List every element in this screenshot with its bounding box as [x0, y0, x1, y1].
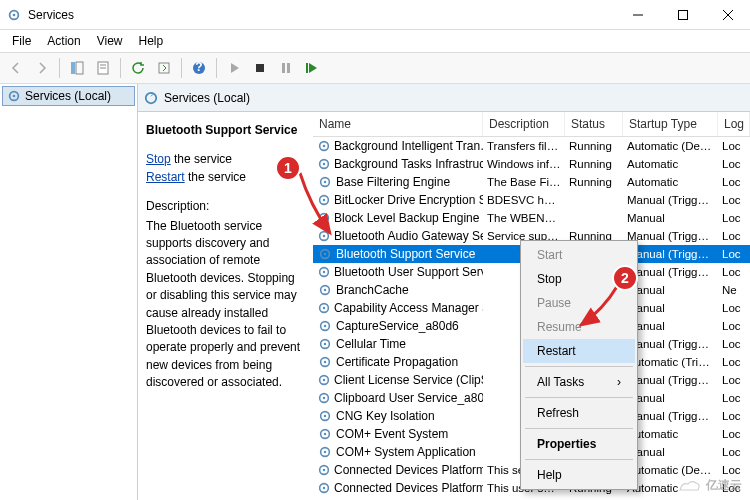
content-header-title: Services (Local) [164, 91, 250, 105]
service-logon-cell: Loc [718, 301, 750, 315]
col-name[interactable]: Name [313, 112, 483, 136]
svg-point-28 [323, 199, 325, 201]
svg-point-32 [323, 235, 325, 237]
refresh-icon[interactable] [144, 91, 158, 105]
refresh-button[interactable] [126, 56, 150, 80]
service-logon-cell: Loc [718, 427, 750, 441]
gear-icon [317, 192, 331, 208]
ctx-separator [525, 459, 633, 460]
col-status[interactable]: Status [565, 112, 623, 136]
gear-icon [317, 444, 333, 460]
menu-help[interactable]: Help [131, 32, 172, 50]
gear-icon [317, 390, 331, 406]
forward-button[interactable] [30, 56, 54, 80]
service-name-cell: Clipboard User Service_a80d6 [334, 391, 483, 405]
service-name-cell: Bluetooth User Support Serv… [334, 265, 483, 279]
table-row[interactable]: Base Filtering EngineThe Base Filt…Runni… [313, 173, 750, 191]
stop-service-button[interactable] [248, 56, 272, 80]
table-row[interactable]: Background Intelligent Tran…Transfers fi… [313, 137, 750, 155]
toolbar-separator [216, 58, 217, 78]
svg-point-48 [323, 379, 325, 381]
ctx-separator [525, 428, 633, 429]
help-button[interactable]: ? [187, 56, 211, 80]
ctx-all-tasks[interactable]: All Tasks [523, 370, 635, 394]
gear-icon [317, 264, 331, 280]
ctx-properties[interactable]: Properties [523, 432, 635, 456]
service-status-cell: Running [565, 157, 623, 171]
callout-2: 2 [612, 265, 638, 291]
service-name-cell: Cellular Time [336, 337, 406, 351]
maximize-button[interactable] [660, 0, 705, 30]
svg-point-58 [323, 469, 325, 471]
ctx-start[interactable]: Start [523, 243, 635, 267]
menu-action[interactable]: Action [39, 32, 88, 50]
service-logon-cell: Loc [718, 265, 750, 279]
ctx-help[interactable]: Help [523, 463, 635, 487]
gear-icon [317, 336, 333, 352]
properties-button[interactable] [91, 56, 115, 80]
restart-link[interactable]: Restart [146, 170, 185, 184]
service-logon-cell: Loc [718, 211, 750, 225]
description-label: Description: [146, 198, 305, 215]
table-row[interactable]: Background Tasks Infrastruc…Windows inf…… [313, 155, 750, 173]
service-logon-cell: Loc [718, 193, 750, 207]
pause-service-button[interactable] [274, 56, 298, 80]
service-name-cell: Bluetooth Support Service [336, 247, 475, 261]
col-startup[interactable]: Startup Type [623, 112, 718, 136]
svg-point-60 [323, 487, 325, 489]
ctx-resume[interactable]: Resume [523, 315, 635, 339]
gear-icon [317, 300, 331, 316]
ctx-separator [525, 397, 633, 398]
service-startup-cell: Automatic (De… [623, 139, 718, 153]
service-name-cell: Base Filtering Engine [336, 175, 450, 189]
show-hide-tree-button[interactable] [65, 56, 89, 80]
svg-rect-14 [256, 64, 264, 72]
service-startup-cell: Manual [623, 211, 718, 225]
content-header: Services (Local) [138, 84, 750, 112]
gear-icon [317, 318, 333, 334]
service-logon-cell: Loc [718, 229, 750, 243]
col-description[interactable]: Description [483, 112, 565, 136]
service-desc-cell: The WBENGI… [483, 211, 565, 225]
stop-link[interactable]: Stop [146, 152, 171, 166]
col-logon[interactable]: Log [718, 112, 750, 136]
svg-rect-6 [71, 62, 75, 74]
service-status-cell [565, 217, 623, 219]
table-row[interactable]: BitLocker Drive Encryption S…BDESVC hos…… [313, 191, 750, 209]
back-button[interactable] [4, 56, 28, 80]
start-service-button[interactable] [222, 56, 246, 80]
service-name-cell: Capability Access Manager S… [334, 301, 483, 315]
window-title: Services [28, 8, 615, 22]
service-name-cell: Certificate Propagation [336, 355, 458, 369]
svg-point-44 [324, 343, 326, 345]
service-name-cell: BitLocker Drive Encryption S… [334, 193, 483, 207]
service-status-cell [565, 199, 623, 201]
ctx-refresh[interactable]: Refresh [523, 401, 635, 425]
svg-rect-11 [159, 63, 169, 73]
ctx-pause[interactable]: Pause [523, 291, 635, 315]
restart-service-button[interactable] [300, 56, 324, 80]
gear-icon [317, 228, 331, 244]
toolbar-separator [120, 58, 121, 78]
toolbar-separator [181, 58, 182, 78]
export-list-button[interactable] [152, 56, 176, 80]
detail-service-name: Bluetooth Support Service [146, 122, 305, 139]
close-button[interactable] [705, 0, 750, 30]
gear-icon [317, 462, 331, 478]
gear-icon [317, 480, 331, 496]
menu-file[interactable]: File [4, 32, 39, 50]
service-desc-cell: Transfers file… [483, 139, 565, 153]
gear-icon [317, 156, 331, 172]
gear-icon [317, 426, 333, 442]
svg-point-24 [323, 163, 325, 165]
menu-view[interactable]: View [89, 32, 131, 50]
table-row[interactable]: Block Level Backup Engine S…The WBENGI…M… [313, 209, 750, 227]
tree-root-services-local[interactable]: Services (Local) [2, 86, 135, 106]
gear-icon [317, 282, 333, 298]
svg-point-42 [324, 325, 326, 327]
service-startup-cell: Manual (Trigg… [623, 193, 718, 207]
svg-point-50 [323, 397, 325, 399]
minimize-button[interactable] [615, 0, 660, 30]
service-name-cell: Bluetooth Audio Gateway Se… [334, 229, 483, 243]
ctx-restart[interactable]: Restart [523, 339, 635, 363]
